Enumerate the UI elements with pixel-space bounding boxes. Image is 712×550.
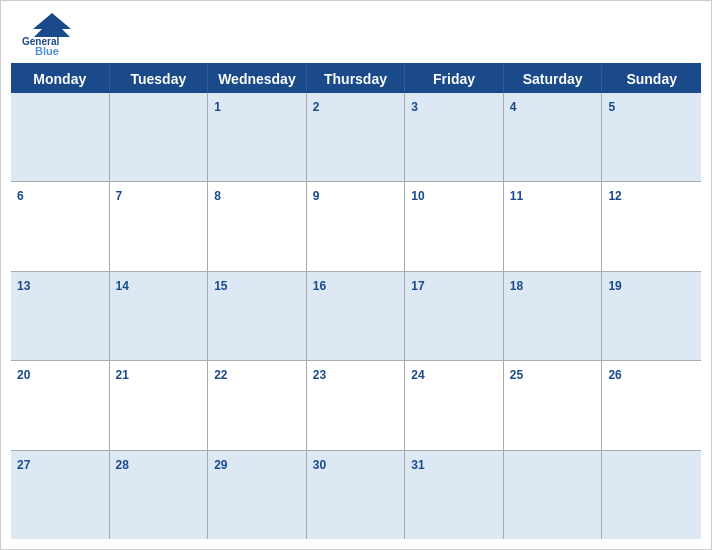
day-cell: 17 — [405, 272, 504, 360]
day-cell: 6 — [11, 182, 110, 270]
logo-area: GeneralBlue — [21, 11, 83, 57]
day-number: 15 — [214, 279, 227, 293]
calendar-grid: MondayTuesdayWednesdayThursdayFridaySatu… — [11, 63, 701, 539]
day-header-sunday: Sunday — [602, 65, 701, 93]
week-row-5: 2728293031 — [11, 451, 701, 539]
day-cell: 31 — [405, 451, 504, 539]
day-number: 8 — [214, 189, 221, 203]
day-cell: 24 — [405, 361, 504, 449]
day-cell: 4 — [504, 93, 603, 181]
day-cell: 22 — [208, 361, 307, 449]
day-cell: 26 — [602, 361, 701, 449]
day-cell: 19 — [602, 272, 701, 360]
weeks-container: 1234567891011121314151617181920212223242… — [11, 93, 701, 539]
day-cell: 11 — [504, 182, 603, 270]
day-number: 19 — [608, 279, 621, 293]
week-row-4: 20212223242526 — [11, 361, 701, 450]
day-number: 1 — [214, 100, 221, 114]
day-cell: 13 — [11, 272, 110, 360]
day-cell: 21 — [110, 361, 209, 449]
day-cell: 25 — [504, 361, 603, 449]
day-number: 25 — [510, 368, 523, 382]
day-cell: 16 — [307, 272, 406, 360]
day-cell — [110, 93, 209, 181]
day-number: 18 — [510, 279, 523, 293]
calendar-header: GeneralBlue — [1, 1, 711, 63]
day-cell: 28 — [110, 451, 209, 539]
day-number: 3 — [411, 100, 418, 114]
day-number: 14 — [116, 279, 129, 293]
day-header-tuesday: Tuesday — [110, 65, 209, 93]
day-cell: 18 — [504, 272, 603, 360]
day-cell — [504, 451, 603, 539]
day-cell: 27 — [11, 451, 110, 539]
day-cell: 30 — [307, 451, 406, 539]
day-number: 9 — [313, 189, 320, 203]
day-number: 4 — [510, 100, 517, 114]
day-headers-row: MondayTuesdayWednesdayThursdayFridaySatu… — [11, 65, 701, 93]
week-row-3: 13141516171819 — [11, 272, 701, 361]
day-cell — [11, 93, 110, 181]
day-cell: 7 — [110, 182, 209, 270]
day-cell: 20 — [11, 361, 110, 449]
day-number: 21 — [116, 368, 129, 382]
day-cell: 15 — [208, 272, 307, 360]
day-header-monday: Monday — [11, 65, 110, 93]
day-cell: 14 — [110, 272, 209, 360]
day-number: 7 — [116, 189, 123, 203]
day-header-wednesday: Wednesday — [208, 65, 307, 93]
day-cell: 8 — [208, 182, 307, 270]
day-cell: 29 — [208, 451, 307, 539]
day-number: 10 — [411, 189, 424, 203]
day-number: 6 — [17, 189, 24, 203]
day-number: 12 — [608, 189, 621, 203]
day-number: 26 — [608, 368, 621, 382]
day-header-saturday: Saturday — [504, 65, 603, 93]
week-row-1: 12345 — [11, 93, 701, 182]
calendar-container: GeneralBlue MondayTuesdayWednesdayThursd… — [0, 0, 712, 550]
day-cell: 23 — [307, 361, 406, 449]
day-number: 24 — [411, 368, 424, 382]
day-number: 29 — [214, 458, 227, 472]
day-number: 30 — [313, 458, 326, 472]
day-cell: 2 — [307, 93, 406, 181]
day-cell: 10 — [405, 182, 504, 270]
day-cell: 3 — [405, 93, 504, 181]
day-cell: 5 — [602, 93, 701, 181]
day-number: 28 — [116, 458, 129, 472]
logo-blue-text: Blue — [35, 45, 59, 57]
day-number: 27 — [17, 458, 30, 472]
day-cell: 12 — [602, 182, 701, 270]
day-number: 5 — [608, 100, 615, 114]
day-number: 13 — [17, 279, 30, 293]
day-number: 17 — [411, 279, 424, 293]
day-number: 22 — [214, 368, 227, 382]
day-number: 31 — [411, 458, 424, 472]
day-number: 23 — [313, 368, 326, 382]
day-number: 20 — [17, 368, 30, 382]
generalblue-logo: General — [21, 11, 83, 49]
svg-marker-0 — [33, 13, 71, 37]
day-number: 16 — [313, 279, 326, 293]
week-row-2: 6789101112 — [11, 182, 701, 271]
day-number: 2 — [313, 100, 320, 114]
day-header-friday: Friday — [405, 65, 504, 93]
day-header-thursday: Thursday — [307, 65, 406, 93]
day-number: 11 — [510, 189, 523, 203]
day-cell: 1 — [208, 93, 307, 181]
day-cell: 9 — [307, 182, 406, 270]
day-cell — [602, 451, 701, 539]
